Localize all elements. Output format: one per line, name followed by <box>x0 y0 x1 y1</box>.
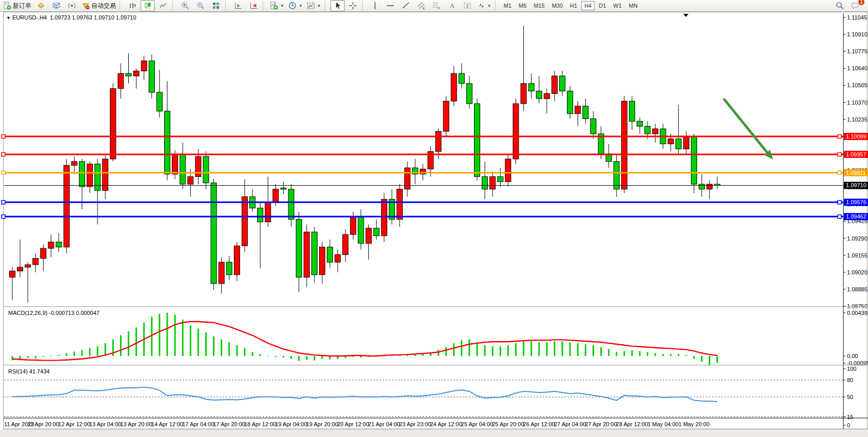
timeframe-m15-button[interactable]: M15 <box>530 1 547 10</box>
crosshair-tool-button[interactable] <box>346 0 360 11</box>
timeframe-m5-button[interactable]: M5 <box>516 1 529 10</box>
templates-dropdown-caret[interactable]: ▼ <box>317 4 321 8</box>
svg-text:100: 100 <box>847 366 856 372</box>
market-watch-icon <box>37 2 45 10</box>
news-signal-button[interactable] <box>65 0 79 11</box>
svg-text:19 Apr 04:00: 19 Apr 04:00 <box>275 421 307 427</box>
line-chart-icon <box>159 2 167 10</box>
notifications-button[interactable]: 1 <box>848 0 862 11</box>
line-chart-mode-button[interactable] <box>156 0 170 11</box>
svg-text:1.10370: 1.10370 <box>847 100 867 106</box>
timeframe-mn-button[interactable]: MN <box>626 1 641 10</box>
indicators-button[interactable]: ▼ <box>268 0 286 11</box>
timeframe-w1-button[interactable]: W1 <box>610 1 625 10</box>
svg-text:1.08885: 1.08885 <box>847 286 867 292</box>
arrows-tool-icon <box>477 2 485 10</box>
candlestick-icon <box>144 2 152 10</box>
equidistant-channel-tool-button[interactable]: E <box>414 0 428 11</box>
symbol-period-label: EURUSD-,H4 <box>12 14 47 21</box>
toolbar-separator <box>172 1 176 10</box>
tile-windows-button[interactable] <box>209 0 223 11</box>
svg-text:26 Apr 12:00: 26 Apr 12:00 <box>523 421 555 427</box>
svg-text:A: A <box>450 2 455 9</box>
svg-text:0.00: 0.00 <box>847 353 858 359</box>
timeframe-m30-button[interactable]: M30 <box>549 1 566 10</box>
svg-text:24 Apr 12:00: 24 Apr 12:00 <box>430 421 462 427</box>
tile-windows-icon <box>212 2 220 10</box>
text-label-tool-button[interactable]: T <box>460 0 475 11</box>
collapse-triangle-icon[interactable]: ▼ <box>6 15 11 21</box>
cursor-tool-button[interactable] <box>330 0 345 11</box>
svg-text:25 Apr 20:00: 25 Apr 20:00 <box>492 421 524 427</box>
auto-trading-label: 自动交易 <box>91 2 116 10</box>
timeframe-m1-button[interactable]: M1 <box>501 1 515 10</box>
indicators-dropdown-caret[interactable]: ▼ <box>280 4 284 8</box>
fibonacci-tool-button[interactable]: F <box>429 0 444 11</box>
bar-chart-icon <box>128 2 136 10</box>
svg-text:1.10640: 1.10640 <box>847 65 867 71</box>
auto-scroll-button[interactable] <box>231 0 245 11</box>
macd-indicator-label: MACD(12,26,9) -0.000713 0.000047 <box>8 310 100 316</box>
svg-text:F: F <box>438 7 440 10</box>
timeframe-h1-button[interactable]: H1 <box>567 1 580 10</box>
svg-text:17 Apr 20:00: 17 Apr 20:00 <box>213 421 245 427</box>
vertical-line-tool-button[interactable] <box>368 0 382 11</box>
svg-text:80: 80 <box>847 377 853 383</box>
text-tool-button[interactable]: A <box>445 0 459 11</box>
bar-chart-mode-button[interactable] <box>125 0 140 11</box>
svg-text:19 Apr 20:00: 19 Apr 20:00 <box>306 421 338 427</box>
toolbar-separator <box>263 1 266 10</box>
new-order-icon <box>3 2 11 10</box>
svg-text:0: 0 <box>847 422 850 428</box>
chart-shift-button[interactable] <box>246 0 261 11</box>
svg-text:1.10775: 1.10775 <box>847 48 867 54</box>
svg-text:21 Apr 04:00: 21 Apr 04:00 <box>368 421 400 427</box>
market-watch-button[interactable] <box>34 0 48 11</box>
svg-text:1.09811: 1.09811 <box>846 170 866 176</box>
arrows-tool-button[interactable]: ▼ <box>476 0 493 11</box>
candlestick-mode-button[interactable] <box>141 0 155 11</box>
new-order-button[interactable]: 新订单 <box>2 0 33 11</box>
svg-text:0.00439: 0.00439 <box>847 310 867 316</box>
svg-text:15: 15 <box>847 414 853 420</box>
svg-text:50: 50 <box>847 394 853 400</box>
svg-text:1.09462: 1.09462 <box>846 213 866 220</box>
chart-canvas[interactable]: 1.110451.109101.107751.106401.105051.103… <box>0 0 868 437</box>
svg-text:11 Apr 20:00: 11 Apr 20:00 <box>28 421 60 427</box>
svg-text:28 Apr 12:00: 28 Apr 12:00 <box>616 421 648 427</box>
svg-text:27 Apr 04:00: 27 Apr 04:00 <box>554 421 586 427</box>
periods-dropdown-caret[interactable]: ▼ <box>299 4 303 8</box>
toolbar-separator <box>362 1 366 10</box>
svg-text:23 Apr 23:00: 23 Apr 23:00 <box>399 421 431 427</box>
svg-text:1.09155: 1.09155 <box>847 252 867 259</box>
text-label-icon: T <box>463 2 471 10</box>
search-button[interactable] <box>833 0 847 11</box>
zoom-out-button[interactable] <box>193 0 208 11</box>
profiles-button[interactable] <box>49 0 64 11</box>
toolbar-separator <box>120 1 123 10</box>
svg-text:1.09576: 1.09576 <box>846 199 866 205</box>
zoom-out-icon <box>196 2 205 10</box>
indicators-icon <box>270 2 278 10</box>
svg-text:1.09020: 1.09020 <box>847 269 867 275</box>
templates-button[interactable]: ▼ <box>305 0 323 11</box>
timeframe-d1-button[interactable]: D1 <box>596 1 609 10</box>
horizontal-line-tool-button[interactable] <box>383 0 398 11</box>
svg-text:1.09290: 1.09290 <box>847 235 867 242</box>
periods-button[interactable]: ▼ <box>287 0 304 11</box>
auto-trading-button[interactable]: 自动交易 <box>80 0 117 11</box>
svg-text:1.10099: 1.10099 <box>846 133 866 140</box>
new-order-label: 新订单 <box>13 2 31 10</box>
toolbar-separator <box>325 1 328 10</box>
arrows-dropdown-caret[interactable]: ▼ <box>487 4 491 8</box>
trendline-tool-button[interactable] <box>399 0 413 11</box>
auto-trading-icon <box>82 2 90 10</box>
svg-text:13 Apr 04:00: 13 Apr 04:00 <box>89 421 121 427</box>
notification-count-badge: 1 <box>858 0 865 6</box>
zoom-in-button[interactable] <box>178 0 192 11</box>
timeframe-h4-button[interactable]: H4 <box>581 1 595 10</box>
svg-text:1 May 04:00: 1 May 04:00 <box>647 421 679 427</box>
signal-icon <box>68 2 76 10</box>
cursor-icon <box>333 2 342 10</box>
svg-text:1 May 20:00: 1 May 20:00 <box>679 421 710 427</box>
